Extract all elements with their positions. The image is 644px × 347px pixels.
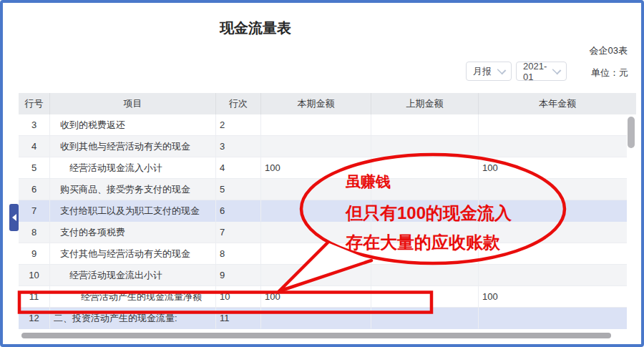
cell-row-no: 3: [19, 114, 50, 136]
cell-year-amount: [479, 114, 627, 136]
cell-item: 经营活动产生的现金流量净额: [50, 286, 216, 308]
cell-item: 支付其他与经营活动有关的现金: [50, 243, 216, 265]
cell-current-amount: 100: [261, 157, 371, 179]
table-row[interactable]: 3 收到的税费返还 2: [19, 114, 627, 136]
cell-current-amount: [261, 308, 371, 329]
page-title: 现金流量表: [220, 19, 291, 38]
cell-year-amount: [479, 200, 627, 222]
chevron-down-icon: [497, 65, 507, 74]
table-row[interactable]: 10 经营活动现金流出小计 9: [19, 265, 627, 286]
chevron-down-icon: [552, 65, 562, 74]
cell-item: 二、投资活动产生的现金流量:: [50, 308, 216, 329]
period-date-select[interactable]: 2021-01: [516, 62, 567, 81]
cell-prior-amount: [371, 200, 479, 222]
cell-year-amount: [479, 136, 627, 157]
cell-year-amount: [479, 265, 627, 286]
cell-row-no: 4: [19, 136, 50, 157]
table-row[interactable]: 9 支付其他与经营活动有关的现金 8: [19, 243, 627, 265]
cell-prior-amount: [371, 136, 479, 157]
cell-line-no: 11: [216, 308, 261, 329]
col-header-row-no: 行号: [19, 93, 50, 114]
cell-line-no: 5: [216, 179, 261, 200]
cell-current-amount: [261, 136, 371, 157]
period-type-value: 月报: [473, 65, 492, 78]
cell-row-no: 10: [19, 265, 50, 286]
col-header-line-no: 行次: [216, 93, 261, 114]
table-row-selected[interactable]: 7 支付给职工以及为职工支付的现金 6: [19, 200, 627, 222]
cell-year-amount: [479, 308, 627, 329]
cell-prior-amount: [371, 157, 479, 179]
cell-row-no: 5: [19, 157, 50, 179]
vertical-scrollbar-thumb[interactable]: [628, 117, 635, 148]
arrow-left-icon: [12, 214, 16, 221]
cell-prior-amount: [371, 286, 479, 308]
cell-year-amount: 100: [479, 157, 627, 179]
cell-item: 收到其他与经营活动有关的现金: [50, 136, 216, 157]
cell-row-no: 8: [19, 222, 50, 243]
col-header-current: 本期金额: [261, 93, 371, 114]
cell-line-no: 3: [216, 136, 261, 157]
period-date-value: 2021-01: [523, 61, 549, 82]
table-row-net-cash-flow[interactable]: 11 经营活动产生的现金流量净额 10 100 100: [19, 286, 627, 308]
table-header: 行号 项目 行次 本期金额 上期金额 本年金额: [19, 93, 636, 114]
col-header-prior: 上期金额: [371, 93, 479, 114]
cell-item: 经营活动现金流入小计: [50, 157, 216, 179]
cell-prior-amount: [371, 114, 479, 136]
cell-item: 收到的税费返还: [50, 114, 216, 136]
cell-line-no: 2: [216, 114, 261, 136]
table-row[interactable]: 6 购买商品、接受劳务支付的现金 5: [19, 179, 627, 200]
col-header-item: 项目: [50, 93, 216, 114]
horizontal-scrollbar-thumb[interactable]: [21, 333, 611, 338]
period-type-select[interactable]: 月报: [466, 62, 512, 81]
cell-prior-amount: [371, 265, 479, 286]
cell-prior-amount: [371, 308, 479, 329]
col-header-year: 本年金额: [479, 93, 636, 114]
table-row[interactable]: 5 经营活动现金流入小计 4 100 100: [19, 157, 627, 179]
cell-current-amount: [261, 114, 371, 136]
table-row[interactable]: 4 收到其他与经营活动有关的现金 3: [19, 136, 627, 157]
cell-year-amount: 100: [479, 286, 627, 308]
cell-current-amount: 100: [261, 286, 371, 308]
cell-row-no: 7: [19, 200, 50, 222]
cell-current-amount: [261, 200, 371, 222]
cell-item: 支付的各项税费: [50, 222, 216, 243]
cell-line-no: 8: [216, 243, 261, 265]
cell-year-amount: [479, 222, 627, 243]
cell-year-amount: [479, 243, 627, 265]
cell-row-no: 11: [19, 286, 50, 308]
cell-current-amount: [261, 179, 371, 200]
cell-item: 支付给职工以及为职工支付的现金: [50, 200, 216, 222]
sidebar-collapse-handle[interactable]: [9, 204, 19, 231]
cell-line-no: 4: [216, 157, 261, 179]
form-code-label: 会企03表: [590, 44, 628, 57]
cell-prior-amount: [371, 222, 479, 243]
cell-current-amount: [261, 222, 371, 243]
cell-current-amount: [261, 243, 371, 265]
cash-flow-table: 行号 项目 行次 本期金额 上期金额 本年金额 3 收到的税费返还 2 4 收到…: [19, 93, 636, 329]
cell-line-no: 10: [216, 286, 261, 308]
cell-prior-amount: [371, 243, 479, 265]
table-body: 3 收到的税费返还 2 4 收到其他与经营活动有关的现金 3 5 经营活动现金流…: [19, 114, 627, 329]
cell-line-no: 9: [216, 265, 261, 286]
cell-row-no: 12: [19, 308, 50, 329]
cell-row-no: 9: [19, 243, 50, 265]
cell-item: 购买商品、接受劳务支付的现金: [50, 179, 216, 200]
cell-prior-amount: [371, 179, 479, 200]
cell-line-no: 6: [216, 200, 261, 222]
cell-row-no: 6: [19, 179, 50, 200]
table-row[interactable]: 8 支付的各项税费 7: [19, 222, 627, 243]
cash-flow-statement-page: 现金流量表 会企03表 月报 2021-01 单位：元 行号 项目 行次 本期金…: [0, 0, 644, 347]
cell-line-no: 7: [216, 222, 261, 243]
cell-year-amount: [479, 179, 627, 200]
cell-item: 经营活动现金流出小计: [50, 265, 216, 286]
unit-label: 单位：元: [591, 67, 628, 79]
cell-current-amount: [261, 265, 371, 286]
table-row-section-investing[interactable]: 12 二、投资活动产生的现金流量: 11: [19, 308, 627, 329]
